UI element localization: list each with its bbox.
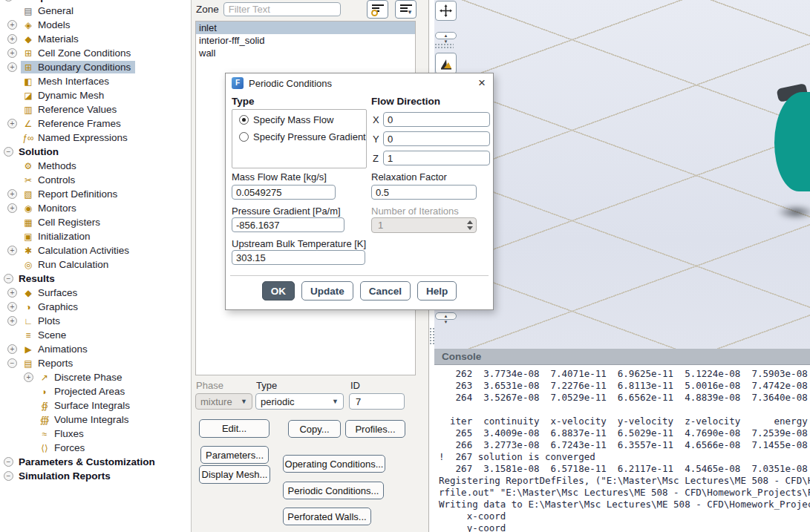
expand-icon[interactable]: +	[7, 20, 17, 30]
tree-item[interactable]: ⟨⟩Forces	[0, 441, 89, 455]
tree-item[interactable]: ✂Controls	[0, 173, 79, 187]
periodic-conditions-button[interactable]: Periodic Conditions...	[283, 482, 384, 499]
tree-item[interactable]: −▤Reports	[0, 356, 77, 370]
expand-icon[interactable]: +	[7, 344, 17, 354]
tree-item[interactable]: ▤General	[0, 4, 78, 18]
tree-item[interactable]: ⚙Methods	[0, 159, 81, 173]
tree-item[interactable]: ∰Volume Integrals	[0, 413, 134, 427]
expand-icon[interactable]: +	[7, 246, 17, 255]
pressure-gradient-field[interactable]	[232, 217, 344, 232]
flow-direction-z-field[interactable]	[383, 151, 490, 165]
upstream-bulk-temperature-field[interactable]	[232, 250, 365, 265]
tree-item[interactable]: +▧Report Definitions	[0, 187, 122, 201]
id-label: ID	[350, 380, 360, 391]
pan-view-button[interactable]	[435, 1, 457, 21]
fluent-logo-icon: F	[232, 77, 244, 89]
tree-item[interactable]: ◧Mesh Interfaces	[0, 74, 114, 88]
console-output[interactable]: 262 3.7734e-08 7.4071e-11 6.9625e-11 5.1…	[434, 365, 810, 532]
expand-icon[interactable]: +	[7, 288, 17, 298]
expand-icon[interactable]: +	[7, 48, 17, 58]
tree-item[interactable]: +◉Monitors	[0, 201, 81, 215]
list-options-button[interactable]: ▼	[395, 0, 417, 19]
tree-item-label: Discrete Phase	[54, 372, 123, 383]
relaxation-factor-field[interactable]	[371, 185, 477, 200]
tree-item[interactable]: +⊞Cell Zone Conditions	[0, 46, 135, 60]
collapse-handle-top[interactable]: ▲▼	[435, 32, 457, 39]
tree-item[interactable]: ▦Cell Registers	[0, 215, 105, 229]
console-header[interactable]: Console	[434, 349, 810, 365]
expand-icon[interactable]: +	[7, 316, 17, 326]
filter-options-button[interactable]	[367, 0, 388, 19]
collapse-icon[interactable]: −	[4, 457, 13, 467]
expand-icon[interactable]: +	[7, 119, 17, 128]
expand-icon[interactable]: +	[7, 189, 17, 199]
flow-direction-z-row: Z	[373, 151, 490, 165]
tree-item[interactable]: +∟Plots	[0, 314, 65, 328]
profiles-button[interactable]: Profiles...	[345, 420, 405, 438]
display-mesh-button[interactable]: Display Mesh...	[199, 465, 270, 484]
tree-item[interactable]: ƒ∞Named Expressions	[0, 131, 132, 145]
phase-dropdown: mixture ▼	[195, 393, 252, 410]
expand-icon[interactable]: +	[7, 203, 17, 213]
close-icon[interactable]: ×	[478, 76, 486, 91]
tree-item[interactable]: +◆Materials	[0, 32, 83, 46]
copy-button[interactable]: Copy...	[288, 420, 341, 438]
tree-item[interactable]: ▥Reference Values	[0, 102, 121, 116]
collapse-icon[interactable]: −	[4, 0, 13, 1]
tree-item[interactable]: ◎Run Calculation	[0, 257, 113, 272]
expand-icon[interactable]: +	[7, 34, 17, 44]
geometry-body	[774, 92, 810, 191]
tree-item[interactable]: +◈Models	[0, 18, 75, 32]
zone-filter-input[interactable]	[223, 2, 341, 16]
tree-item[interactable]: −Simulation Reports	[0, 469, 115, 483]
tree-item[interactable]: +↗Discrete Phase	[0, 370, 127, 384]
tree-item-label: Initialization	[38, 231, 91, 242]
expand-icon[interactable]: +	[7, 302, 17, 312]
update-button[interactable]: Update	[301, 281, 353, 301]
tree-item[interactable]: ◪Dynamic Mesh	[0, 88, 108, 102]
display-options-button[interactable]	[435, 53, 457, 74]
cancel-button[interactable]: Cancel	[360, 281, 411, 301]
tree-item[interactable]: +◑Graphics	[0, 300, 82, 314]
collapse-icon[interactable]: −	[4, 147, 13, 157]
dialog-titlebar[interactable]: F Periodic Conditions ×	[226, 73, 493, 93]
radio-unselected-icon	[239, 132, 249, 142]
tree-item[interactable]: −Results	[0, 272, 59, 286]
collapse-icon[interactable]: −	[7, 358, 17, 368]
tree-item-label: Dynamic Mesh	[38, 90, 104, 101]
tree-item[interactable]: ▣Initialization	[0, 229, 95, 243]
perforated-walls-button[interactable]: Perforated Walls...	[283, 508, 371, 525]
tree-item[interactable]: +✱Calculation Activities	[0, 243, 134, 257]
tree-item[interactable]: +∠Reference Frames	[0, 116, 125, 131]
collapse-icon[interactable]: −	[4, 471, 13, 481]
collapse-icon[interactable]: −	[4, 274, 13, 283]
tree-item[interactable]: ≡Scene	[0, 328, 71, 342]
flow-direction-y-field[interactable]	[383, 131, 490, 146]
ok-button[interactable]: OK	[262, 281, 295, 301]
type-dropdown[interactable]: periodic ▼	[255, 393, 344, 410]
tree-item[interactable]: +◆Surfaces	[0, 286, 82, 300]
expand-icon[interactable]: +	[24, 372, 33, 382]
tree-item[interactable]: ∯Surface Integrals	[0, 398, 134, 413]
mass-flow-rate-field[interactable]	[232, 185, 336, 200]
console-line	[439, 404, 810, 416]
radio-specify-pressure-gradient[interactable]: Specify Pressure Gradient	[239, 131, 366, 142]
help-button[interactable]: Help	[417, 281, 457, 301]
collapse-handle-bottom[interactable]: ▲▼	[435, 312, 457, 320]
operating-conditions-button[interactable]: Operating Conditions...	[283, 455, 385, 473]
edit-button[interactable]: Edit...	[199, 419, 270, 438]
zone-list-item[interactable]: inlet	[196, 22, 415, 34]
zone-list-item[interactable]: interior-fff_solid	[196, 34, 415, 47]
tree-item[interactable]: ◗Projected Areas	[0, 384, 129, 398]
tree-item[interactable]: +⊞Boundary Conditions	[0, 60, 135, 74]
flow-direction-x-field[interactable]	[383, 112, 490, 127]
radio-specify-mass-flow[interactable]: Specify Mass Flow	[239, 114, 333, 125]
tree-item[interactable]: +▶Animations	[0, 342, 92, 356]
tree-item[interactable]: −Solution	[0, 145, 63, 159]
chevron-down-icon: ▼	[407, 9, 413, 16]
parameters-button[interactable]: Parameters...	[200, 446, 269, 464]
tree-item[interactable]: ≈Fluxes	[0, 427, 88, 441]
tree-item[interactable]: −Parameters & Customization	[0, 455, 160, 469]
zone-list-item[interactable]: wall	[196, 47, 415, 59]
expand-icon[interactable]: +	[7, 62, 17, 72]
